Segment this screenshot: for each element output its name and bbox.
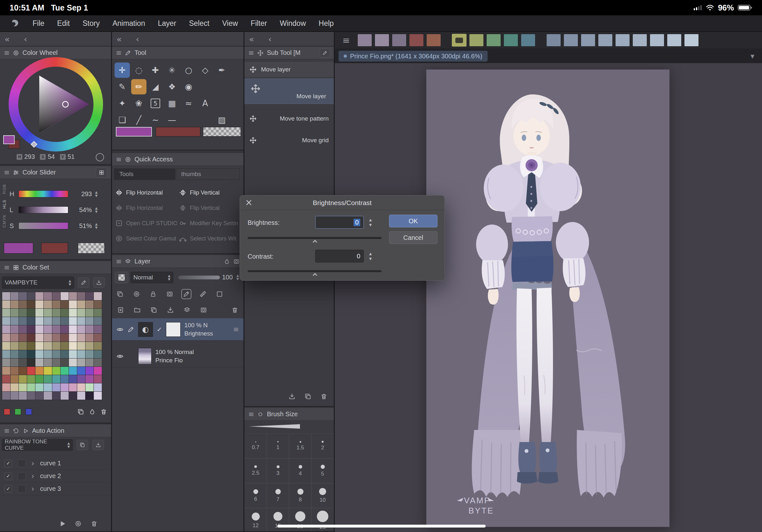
panel-menu-icon[interactable]: ≡ <box>4 168 10 176</box>
export-color-set-button[interactable] <box>93 278 105 288</box>
color-swatch[interactable] <box>69 359 77 366</box>
color-swatch[interactable] <box>61 350 69 358</box>
color-swatch[interactable] <box>52 367 60 375</box>
color-swatch[interactable] <box>2 325 10 333</box>
color-swatch[interactable] <box>52 359 60 366</box>
tool-button[interactable]: ▨ <box>214 112 229 128</box>
recent-color-red[interactable] <box>4 409 10 415</box>
main-color-swatch[interactable] <box>4 243 33 253</box>
color-swatch[interactable] <box>36 359 43 366</box>
color-swatch[interactable] <box>2 334 10 342</box>
expand-action-icon[interactable]: › <box>31 485 35 494</box>
contrast-slider[interactable] <box>248 270 382 273</box>
color-swatch[interactable] <box>19 342 27 350</box>
tool-button[interactable]: ▦ <box>164 96 180 111</box>
layer-name[interactable]: Prince Fio <box>155 357 239 364</box>
color-swatch[interactable] <box>19 334 27 342</box>
sub-color-swatch[interactable] <box>41 243 68 253</box>
menu-item[interactable]: Edit <box>57 19 70 28</box>
sub-tool-move-grid[interactable]: Move grid <box>244 131 334 150</box>
color-swatch[interactable] <box>27 383 35 391</box>
panel-menu-icon[interactable]: ≡ <box>116 155 121 163</box>
color-swatch[interactable] <box>86 300 94 308</box>
color-swatch[interactable] <box>36 383 43 391</box>
delete-action-icon[interactable] <box>91 520 98 527</box>
color-swatch[interactable] <box>19 300 27 308</box>
command-bar-swatch[interactable] <box>667 34 682 46</box>
color-swatch[interactable] <box>11 392 19 400</box>
color-swatch[interactable] <box>52 334 60 342</box>
layer-thumbnail[interactable] <box>138 348 152 365</box>
color-swatch[interactable] <box>69 325 77 333</box>
color-swatch[interactable] <box>86 367 94 375</box>
color-swatch[interactable] <box>44 392 52 400</box>
color-swatch[interactable] <box>52 342 60 350</box>
back-column-icon[interactable]: ‹ <box>268 34 272 44</box>
color-swatch[interactable] <box>69 292 77 300</box>
color-swatch[interactable] <box>52 325 60 333</box>
color-swatch[interactable] <box>27 292 35 300</box>
clip-to-layer-icon[interactable] <box>116 291 123 298</box>
layer-row-prince-fio[interactable]: 100 % Normal Prince Fio <box>112 345 244 367</box>
sub-color-swatch[interactable] <box>156 127 200 137</box>
tool-button[interactable]: ✚ <box>148 62 163 78</box>
command-bar-swatch[interactable] <box>409 34 424 46</box>
ruler-icon[interactable] <box>199 291 206 298</box>
collapse-column-icon[interactable]: « <box>4 34 10 44</box>
color-swatch[interactable] <box>36 367 43 375</box>
menu-item[interactable]: Story <box>83 19 100 28</box>
panel-menu-icon[interactable]: ≡ <box>4 263 10 271</box>
color-swatch[interactable] <box>19 367 27 375</box>
color-swatch[interactable] <box>11 309 19 317</box>
layer-row-adjustment[interactable]: ◐ ✓ 100 % N Brightness ≡ <box>112 318 244 341</box>
color-swatch[interactable] <box>36 392 43 400</box>
layer-palette-button[interactable] <box>115 272 128 283</box>
canvas-viewport[interactable]: VAMP BYTE <box>335 63 762 532</box>
color-swatch[interactable] <box>61 367 69 375</box>
dialog-titlebar[interactable]: × Brightness/Contrast <box>240 195 444 210</box>
color-swatch[interactable] <box>11 383 19 391</box>
color-swatch[interactable] <box>2 309 10 317</box>
color-swatch[interactable] <box>11 359 19 366</box>
color-swatch[interactable] <box>44 325 52 333</box>
color-swatch[interactable] <box>94 309 102 317</box>
brush-size-option[interactable]: 1 <box>267 433 289 458</box>
color-swatch[interactable] <box>2 342 10 350</box>
command-bar-swatch[interactable] <box>392 34 407 46</box>
menu-item[interactable]: Filter <box>251 19 267 28</box>
tool-button[interactable]: ❖ <box>164 79 180 95</box>
color-swatch[interactable] <box>69 383 77 391</box>
action-checkbox[interactable]: ✓ <box>4 472 12 480</box>
document-tab[interactable]: Prince Fio.png* (1641 x 3064px 300dpi 46… <box>339 51 488 62</box>
slider-handle[interactable] <box>313 273 317 278</box>
tab-cmyk[interactable]: CMYK <box>2 214 7 228</box>
color-swatch[interactable] <box>86 325 94 333</box>
color-swatch[interactable] <box>77 309 85 317</box>
tool-button[interactable]: — <box>164 112 180 128</box>
command-bar-swatch[interactable] <box>564 34 578 46</box>
brush-size-option[interactable]: 5 <box>311 458 334 483</box>
sub-tool-move-layer-selected[interactable]: Move layer <box>244 79 334 104</box>
delete-layer-icon[interactable] <box>231 306 238 313</box>
color-swatch[interactable] <box>61 359 69 366</box>
color-swatch[interactable] <box>36 350 43 358</box>
color-swatch[interactable] <box>86 342 94 350</box>
recent-color-green[interactable] <box>15 409 21 415</box>
color-swatch[interactable] <box>44 367 52 375</box>
command-bar-swatch[interactable] <box>581 34 595 46</box>
brush-size-option[interactable]: 6 <box>244 483 267 508</box>
color-swatch[interactable] <box>69 350 77 358</box>
brightness-slider[interactable] <box>248 237 382 239</box>
color-swatch[interactable] <box>44 359 52 366</box>
color-swatch[interactable] <box>86 383 94 391</box>
color-swatch[interactable] <box>36 375 43 383</box>
color-swatch[interactable] <box>19 375 27 383</box>
back-column-icon[interactable]: ‹ <box>136 34 139 44</box>
color-swatch[interactable] <box>94 392 102 400</box>
sub-tool-move-tone-pattern[interactable]: Move tone pattern <box>244 109 334 128</box>
color-swatch[interactable] <box>2 375 10 383</box>
color-swatch[interactable] <box>36 292 43 300</box>
color-swatch[interactable] <box>61 392 69 400</box>
brush-size-option[interactable]: 7 <box>267 483 289 508</box>
saturation-stepper[interactable]: ▲▼ <box>95 222 98 229</box>
